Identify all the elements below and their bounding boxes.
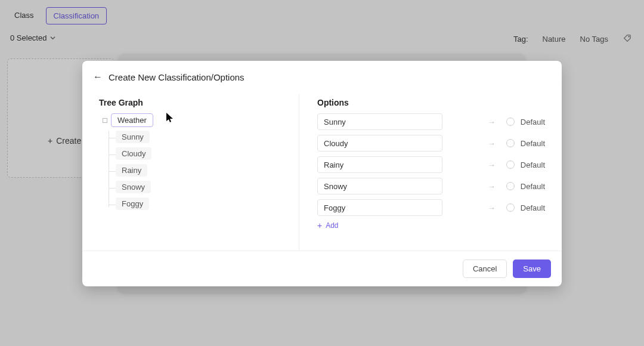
option-input[interactable]: [317, 156, 442, 173]
back-arrow-icon[interactable]: ←: [93, 72, 103, 82]
plus-icon: +: [317, 221, 322, 230]
option-row: → Default: [317, 113, 545, 130]
option-row: → Default: [317, 178, 545, 194]
options-title: Options: [317, 98, 545, 107]
option-input[interactable]: [317, 135, 442, 152]
tree-pane: Tree Graph Weather Sunny Cloudy Rainy Sn…: [99, 94, 299, 251]
option-input[interactable]: [317, 199, 442, 216]
default-label: Default: [521, 182, 545, 191]
arrow-right-icon[interactable]: →: [488, 118, 496, 126]
tree-node[interactable]: Snowy: [116, 181, 151, 193]
tree-root-row: Weather: [103, 113, 287, 127]
arrow-right-icon[interactable]: →: [488, 139, 496, 148]
option-row: → Default: [317, 135, 545, 152]
tree-node[interactable]: Cloudy: [116, 147, 151, 160]
default-label: Default: [521, 118, 545, 126]
default-label: Default: [521, 160, 545, 169]
tree-node[interactable]: Rainy: [116, 164, 147, 177]
tree-title: Tree Graph: [99, 98, 287, 107]
add-option-button[interactable]: + Add: [317, 221, 545, 230]
save-button[interactable]: Save: [513, 260, 551, 278]
tree-node[interactable]: Sunny: [116, 131, 150, 143]
default-radio[interactable]: [506, 118, 515, 126]
default-radio[interactable]: [506, 139, 515, 147]
default-label: Default: [521, 139, 545, 148]
default-radio[interactable]: [506, 160, 515, 169]
modal-header: ← Create New Classification/Options: [82, 61, 562, 88]
tree-node[interactable]: Foggy: [116, 197, 149, 210]
modal-body: Tree Graph Weather Sunny Cloudy Rainy Sn…: [82, 88, 562, 251]
tree-root-node[interactable]: Weather: [111, 113, 153, 127]
option-row: → Default: [317, 199, 545, 216]
arrow-right-icon[interactable]: →: [488, 160, 496, 169]
option-row: → Default: [317, 156, 545, 173]
default-radio[interactable]: [506, 203, 515, 212]
arrow-right-icon[interactable]: →: [488, 182, 496, 191]
cancel-button[interactable]: Cancel: [463, 260, 507, 278]
options-pane: Options → Default → Default: [299, 94, 545, 251]
option-input[interactable]: [317, 113, 442, 130]
default-radio[interactable]: [506, 182, 515, 190]
tree-children: Sunny Cloudy Rainy Snowy Foggy: [116, 131, 287, 214]
arrow-right-icon[interactable]: →: [488, 203, 496, 212]
create-classification-modal: ← Create New Classification/Options Tree…: [82, 61, 562, 286]
option-input[interactable]: [317, 178, 442, 194]
modal-footer: Cancel Save: [82, 251, 562, 286]
default-label: Default: [521, 203, 545, 212]
tree-root-handle-icon[interactable]: [103, 118, 107, 123]
add-label: Add: [326, 221, 338, 230]
modal-title: Create New Classification/Options: [109, 72, 244, 82]
